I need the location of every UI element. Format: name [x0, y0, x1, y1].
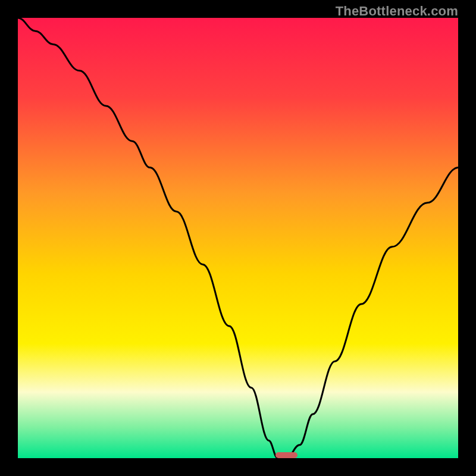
optimal-marker: [275, 452, 298, 458]
watermark-label: TheBottleneck.com: [336, 4, 458, 19]
bottleneck-curve: [18, 18, 458, 458]
plot-area: [18, 18, 458, 458]
chart-container: TheBottleneck.com: [0, 0, 476, 476]
